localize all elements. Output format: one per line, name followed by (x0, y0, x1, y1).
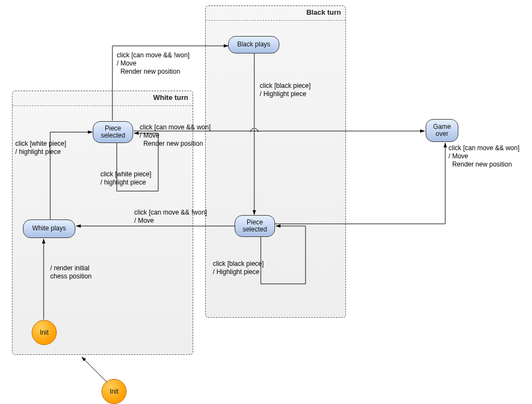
state-white-piece-selected: Piece selected (93, 121, 133, 143)
label-init-to-white: / render initial chess position (50, 264, 92, 281)
state-white-plays: White plays (23, 219, 75, 238)
init-state-outer: Init (101, 379, 127, 404)
label-white-selected-to-black: click [can move && !won] / Move Render n… (117, 51, 189, 76)
state-label: Game over (426, 123, 458, 138)
label-white-selected-to-over: click [can move && won] / Move Render ne… (140, 123, 211, 148)
label-black-to-selected: click [black piece] / Highlight piece (260, 82, 310, 98)
state-label: Piece selected (93, 125, 133, 139)
region-title-black: Black turn (306, 8, 341, 16)
region-separator (13, 105, 193, 106)
state-game-over: Game over (426, 119, 458, 142)
region-separator (206, 20, 345, 21)
state-black-piece-selected: Piece selected (235, 215, 275, 237)
label-white-selected-self: click [white piece] / highlight piece (100, 170, 151, 187)
label-white-to-selected: click [white piece] / highlight piece (15, 140, 66, 156)
label-black-selected-to-over: click [can move && won] / Move Render ne… (449, 144, 519, 169)
state-label: Piece selected (235, 219, 274, 233)
init-state-inner: Init (32, 320, 57, 345)
label-black-selected-self: click [black piece] / Highlight piece (213, 260, 264, 276)
state-black-plays: Black plays (228, 36, 279, 54)
region-title-white: White turn (153, 93, 188, 102)
label-black-selected-to-white: click [can move && !won] / Move (134, 209, 207, 225)
